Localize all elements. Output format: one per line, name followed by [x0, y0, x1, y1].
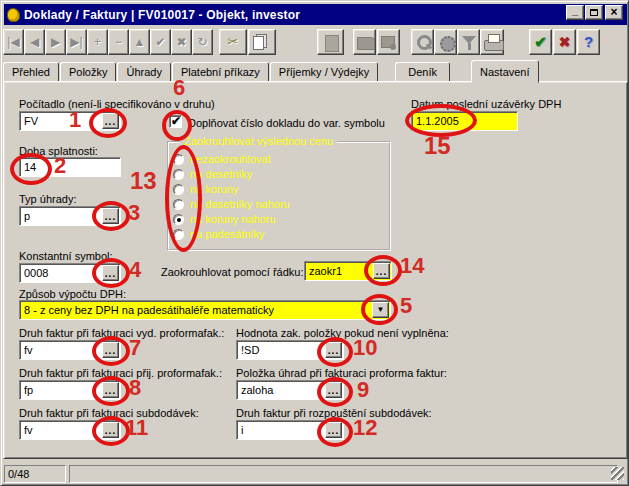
radio-option-label: na padesátníky [190, 228, 265, 240]
pocitadlo-field[interactable]: FV ... [19, 111, 121, 131]
settings-gear-button[interactable] [434, 29, 457, 55]
doba-splatnosti-label: Doba splatnosti: [19, 145, 98, 157]
typ-uhrady-label: Typ úhrady: [19, 193, 76, 205]
druh-subdodavky-field[interactable]: fv ... [19, 420, 121, 440]
delete-record-icon: − [109, 30, 128, 54]
export-folder-button[interactable] [353, 29, 376, 55]
hodnota-zak-browse-button[interactable]: ... [325, 342, 342, 358]
maximize-button[interactable] [585, 5, 603, 20]
filter-button[interactable] [457, 29, 480, 55]
radio-option-label: nezaokrouhlovat [190, 153, 271, 165]
search-button[interactable] [411, 29, 434, 55]
doplnovat-checkbox[interactable]: ✔ [169, 115, 182, 128]
radio-button-icon[interactable] [173, 214, 184, 225]
import-folder-button[interactable] [377, 29, 400, 55]
nav-first-button[interactable]: |◀ [3, 29, 24, 55]
tab--hrady[interactable]: Úhrady [117, 62, 170, 82]
paste-icon [318, 30, 343, 54]
polozka-uhrad-field[interactable]: zaloha ... [236, 380, 344, 400]
druh-rozpousteni-field[interactable]: i ... [236, 420, 344, 440]
doba-splatnosti-value: 14 [24, 161, 118, 174]
radio-button-icon[interactable] [173, 199, 184, 210]
title-bar: Doklady / Faktury | FV010017 - Objekt, i… [4, 4, 627, 25]
window-title: Doklady / Faktury | FV010017 - Objekt, i… [24, 8, 300, 22]
help-icon: ? [578, 30, 599, 54]
delete-record-button[interactable]: − [108, 29, 129, 55]
doplnovat-label: Doplňovat číslo dokladu do var. symbolu [188, 117, 385, 129]
tab-platebn-p-kazy[interactable]: Platební příkazy [172, 62, 269, 82]
radio-option-label: na desetníky [190, 168, 252, 180]
cut-button[interactable]: ✂ [219, 29, 247, 55]
hodnota-zak-field[interactable]: !SD ... [236, 340, 344, 360]
konstantni-symbol-browse-button[interactable]: ... [102, 265, 119, 281]
help-button[interactable]: ? [577, 29, 600, 55]
druh-subdodavky-browse-button[interactable]: ... [102, 422, 119, 438]
druh-prij-proforma-label: Druh faktur při fakturaci přij. proforma… [19, 367, 222, 379]
copy-button[interactable] [248, 29, 276, 55]
tab-strip: PřehledPoložkyÚhradyPlatební příkazyPříj… [3, 59, 628, 82]
druh-prij-proforma-browse-button[interactable]: ... [102, 382, 119, 398]
zpusob-dph-value: 8 - z ceny bez DPH na padesátihaléře mat… [24, 304, 388, 317]
post-record-button[interactable]: ✔ [150, 29, 171, 55]
close-button[interactable]: × [605, 5, 623, 20]
maximize-icon [590, 9, 598, 16]
tab-p-jemky-v-dejky[interactable]: Příjemky / Výdejky [270, 62, 378, 82]
radio-button-icon[interactable] [173, 184, 184, 195]
export-folder-icon [354, 30, 375, 54]
chevron-down-icon: ▼ [377, 305, 385, 314]
cancel-x-button[interactable]: ✖ [553, 29, 576, 55]
paste-button[interactable] [317, 29, 344, 55]
cancel-x-icon: ✖ [554, 30, 575, 54]
pocitadlo-browse-button[interactable]: ... [102, 113, 119, 129]
zaokrouhlovat-radkem-label: Zaokrouhlovat pomocí řádku: [161, 266, 303, 278]
polozka-uhrad-label: Položka úhrad při fakturaci proforma fak… [236, 367, 447, 379]
tab-den-k[interactable]: Deník [395, 62, 450, 82]
ok-check-button[interactable]: ✔ [529, 29, 552, 55]
typ-uhrady-browse-button[interactable]: ... [102, 208, 119, 224]
rounding-options: nezaokrouhlovatna desetníkyna korunyna d… [173, 153, 383, 248]
print-button[interactable] [480, 29, 504, 55]
zaokrouhlovat-radkem-browse-button[interactable]: ... [373, 263, 390, 279]
polozka-uhrad-browse-button[interactable]: ... [325, 382, 342, 398]
filter-icon [458, 30, 479, 54]
cancel-record-icon: ✖ [172, 30, 191, 54]
datum-uzaverky-field[interactable]: 1.1.2005 [411, 111, 518, 131]
druh-subdodavky-label: Druh faktur při fakturaci subdodávek: [19, 407, 199, 419]
tab-polo-ky[interactable]: Položky [60, 62, 117, 82]
cut-icon: ✂ [220, 30, 246, 54]
radio-button-icon[interactable] [173, 154, 184, 165]
zaokrouhlovat-radkem-field[interactable]: zaokr1 ... [304, 261, 392, 281]
druh-vyd-proforma-label: Druh faktur při fakturaci vyd. proformaf… [19, 327, 224, 339]
druh-vyd-proforma-field[interactable]: fv ... [19, 340, 121, 360]
nav-last-button[interactable]: ▶| [66, 29, 87, 55]
app-icon [7, 8, 20, 22]
resize-grip[interactable] [611, 467, 624, 480]
nav-prev-icon: ◀ [25, 30, 44, 54]
zpusob-dph-dropdown[interactable]: 8 - z ceny bez DPH na padesátihaléře mat… [19, 300, 391, 320]
nav-prev-button[interactable]: ◀ [24, 29, 45, 55]
nav-next-button[interactable]: ▶ [45, 29, 66, 55]
typ-uhrady-field[interactable]: p ... [19, 206, 121, 226]
add-record-button[interactable]: + [87, 29, 108, 55]
hodnota-zak-label: Hodnota zak. položky pokud není vyplněna… [236, 327, 449, 339]
copy-icon [249, 30, 275, 54]
radio-button-icon[interactable] [173, 169, 184, 180]
doba-splatnosti-field[interactable]: 14 [19, 157, 121, 177]
rounding-group-title: Zaokrouhlovat výslednou cenu [180, 135, 337, 147]
radio-option-label: na koruny [190, 183, 238, 195]
radio-button-icon[interactable] [173, 229, 184, 240]
edit-record-icon: ▲ [130, 30, 149, 54]
konstantni-symbol-field[interactable]: 0008 ... [19, 263, 121, 283]
edit-record-button[interactable]: ▲ [129, 29, 150, 55]
cancel-record-button[interactable]: ✖ [171, 29, 192, 55]
druh-prij-proforma-field[interactable]: fp ... [19, 380, 121, 400]
druh-rozpousteni-browse-button[interactable]: ... [325, 422, 342, 438]
minimize-button[interactable]: _ [566, 5, 584, 20]
zpusob-dph-dropdown-button[interactable]: ▼ [372, 302, 389, 318]
konstantni-symbol-label: Konstantní symbol: [19, 250, 113, 262]
druh-vyd-proforma-browse-button[interactable]: ... [102, 342, 119, 358]
nav-next-icon: ▶ [46, 30, 65, 54]
tab-nastaven-[interactable]: Nastavení [471, 60, 539, 83]
tab-p-ehled[interactable]: Přehled [3, 62, 59, 82]
refresh-button[interactable]: ↻ [192, 29, 213, 55]
